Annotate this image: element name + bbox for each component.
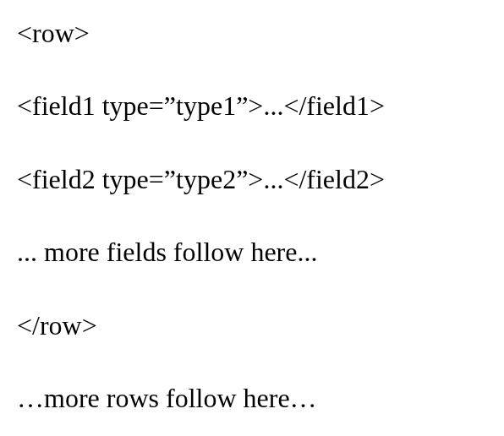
code-line-5: </row> bbox=[17, 309, 487, 341]
code-line-2: <field1 type=”type1”>...</field1> bbox=[17, 90, 487, 122]
code-line-4: ... more fields follow here... bbox=[17, 236, 487, 268]
code-line-1: <row> bbox=[17, 17, 487, 49]
code-line-6: …more rows follow here… bbox=[17, 382, 487, 414]
code-line-3: <field2 type=”type2”>...</field2> bbox=[17, 163, 487, 195]
